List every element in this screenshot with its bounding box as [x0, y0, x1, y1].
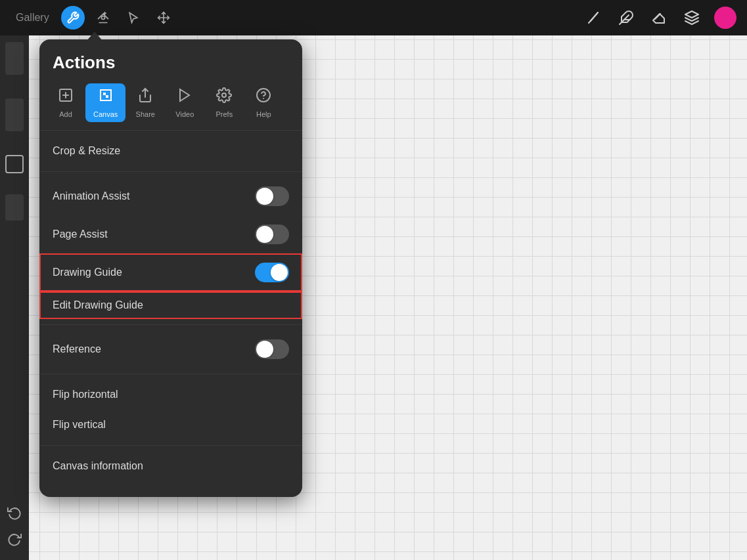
crop-resize-label: Crop & Resize: [53, 145, 120, 157]
drawing-guide-toggle[interactable]: [255, 263, 289, 282]
tab-add[interactable]: Add: [46, 83, 85, 122]
flip-horizontal-label: Flip horizontal: [53, 389, 118, 400]
page-assist-knob: [256, 226, 273, 243]
tool-pen[interactable]: [583, 7, 604, 28]
reference-knob: [256, 341, 273, 358]
tab-video-label: Video: [175, 110, 194, 118]
tab-add-label: Add: [59, 110, 72, 118]
reference-label: Reference: [53, 343, 101, 355]
tab-share[interactable]: Share: [125, 83, 165, 122]
section-flip: Flip horizontal Flip vertical: [39, 374, 302, 446]
add-icon: [58, 87, 74, 107]
tool-adjustments[interactable]: [91, 6, 115, 30]
animation-assist-label: Animation Assist: [53, 190, 129, 202]
video-icon: [177, 87, 192, 107]
tab-video[interactable]: Video: [165, 83, 204, 122]
tool-actions[interactable]: [61, 6, 85, 30]
tool-layers[interactable]: [681, 7, 702, 28]
help-icon: [256, 87, 271, 107]
tab-help-label: Help: [256, 110, 271, 118]
tab-help[interactable]: Help: [244, 83, 283, 122]
user-avatar[interactable]: [714, 7, 736, 29]
menu-edit-drawing-guide[interactable]: Edit Drawing Guide: [39, 291, 302, 319]
actions-title: Actions: [39, 39, 302, 83]
edit-drawing-guide-label: Edit Drawing Guide: [53, 299, 143, 311]
sidebar-bottom: [4, 502, 25, 560]
page-assist-label: Page Assist: [53, 228, 108, 240]
canvas-information-label: Canvas information: [53, 460, 143, 472]
toolbar-right: [583, 7, 736, 29]
top-toolbar: Gallery: [0, 0, 747, 35]
gallery-button[interactable]: Gallery: [11, 9, 55, 26]
menu-canvas-information[interactable]: Canvas information: [39, 451, 302, 481]
tab-canvas[interactable]: Canvas: [85, 83, 125, 122]
toolbar-left: Gallery: [11, 6, 175, 30]
prefs-icon: [216, 87, 232, 107]
tab-prefs[interactable]: Prefs: [204, 83, 244, 122]
tool-marker[interactable]: [616, 7, 637, 28]
menu-animation-assist[interactable]: Animation Assist: [39, 177, 302, 215]
section-reference: Reference: [39, 325, 302, 374]
sidebar-opacity[interactable]: [5, 98, 24, 131]
menu-drawing-guide[interactable]: Drawing Guide: [39, 253, 302, 291]
section-canvas-info: Canvas information: [39, 446, 302, 486]
section-guides: Animation Assist Page Assist Drawing Gui…: [39, 172, 302, 325]
share-icon: [137, 87, 153, 107]
canvas-icon: [98, 87, 114, 107]
tool-eraser[interactable]: [648, 7, 669, 28]
sidebar-brush-size[interactable]: [5, 42, 24, 75]
page-assist-toggle[interactable]: [255, 225, 289, 244]
animation-assist-toggle[interactable]: [255, 186, 289, 206]
drawing-guide-knob: [271, 264, 288, 281]
reference-toggle[interactable]: [255, 339, 289, 359]
tool-transform[interactable]: [152, 6, 175, 30]
flip-vertical-label: Flip vertical: [53, 419, 106, 431]
redo-button[interactable]: [4, 528, 25, 549]
svg-marker-8: [685, 11, 698, 18]
menu-crop-resize[interactable]: Crop & Resize: [39, 136, 302, 166]
svg-line-4: [591, 12, 598, 21]
animation-assist-knob: [256, 188, 273, 205]
svg-marker-13: [180, 89, 189, 101]
left-sidebar: [0, 35, 29, 560]
section-crop: Crop & Resize: [39, 131, 302, 172]
svg-line-7: [655, 14, 660, 19]
tab-canvas-label: Canvas: [93, 110, 118, 118]
actions-panel: Actions Add Canvas: [39, 39, 302, 497]
menu-reference[interactable]: Reference: [39, 330, 302, 368]
svg-point-14: [222, 93, 226, 97]
undo-button[interactable]: [4, 502, 25, 523]
sidebar-slider[interactable]: [5, 194, 24, 221]
tab-bar: Add Canvas Share: [39, 83, 302, 131]
drawing-guide-label: Drawing Guide: [53, 267, 122, 278]
sidebar-square[interactable]: [5, 155, 24, 173]
tool-selection[interactable]: [122, 6, 145, 30]
menu-page-assist[interactable]: Page Assist: [39, 215, 302, 253]
menu-flip-horizontal[interactable]: Flip horizontal: [39, 379, 302, 410]
tab-share-label: Share: [136, 110, 155, 118]
tab-prefs-label: Prefs: [215, 110, 233, 118]
menu-flip-vertical[interactable]: Flip vertical: [39, 410, 302, 440]
svg-point-0: [101, 16, 104, 20]
